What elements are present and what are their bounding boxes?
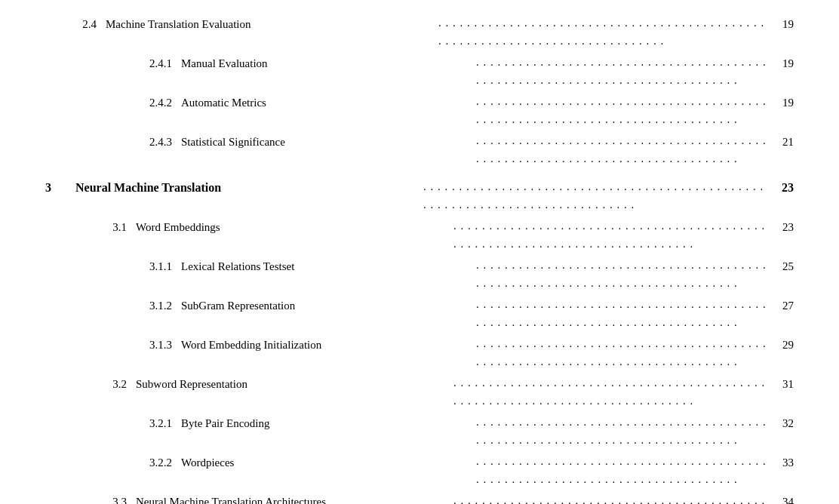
entry-page: 31 [771,375,794,393]
table-of-contents: 2.4 Machine Translation Evaluation 19 2.… [45,15,794,504]
entry-page: 27 [771,297,794,315]
entry-page: 29 [771,336,794,354]
dots-leader [476,334,767,370]
toc-entry-3-1-1: 3.1.1 Lexical Relations Testset 25 [45,257,794,293]
entry-title: Wordpieces [181,453,472,472]
entry-number: 3.2.2 [106,453,181,472]
entry-number: 3.2 [75,375,136,393]
entry-page: 33 [771,453,794,472]
entry-number: 2.4.2 [106,94,181,112]
dots-leader [423,177,767,214]
entry-number: 2.4 [45,15,106,33]
entry-number: 3.1.3 [106,336,181,354]
toc-entry-3-2-2: 3.2.2 Wordpieces 33 [45,453,794,490]
toc-entry-2-4-3: 2.4.3 Statistical Significance 21 [45,133,794,169]
dots-leader [476,131,767,167]
entry-title: Lexical Relations Testset [181,257,472,275]
entry-number: 3.2.1 [106,414,181,432]
entry-page: 21 [771,133,794,151]
entry-page: 19 [771,15,794,33]
dots-leader [476,53,767,89]
entry-title: Machine Translation Evaluation [106,15,434,33]
toc-entry-2-4-2: 2.4.2 Automatic Metrics 19 [45,94,794,130]
dots-leader [476,92,767,128]
toc-entry-2-4: 2.4 Machine Translation Evaluation 19 [45,15,794,51]
entry-title: Word Embeddings [136,218,449,236]
toc-entry-3-1-2: 3.1.2 SubGram Representation 27 [45,297,794,333]
entry-page: 19 [771,54,794,72]
entry-number: 3.1.1 [106,257,181,275]
entry-number: 2.4.3 [106,133,181,151]
chapter-number: 3 [45,178,75,198]
toc-entry-chapter-3: 3 Neural Machine Translation 23 [45,178,794,215]
entry-number: 3.1 [75,218,136,236]
entry-title: Byte Pair Encoding [181,414,472,432]
entry-page: 19 [771,94,794,112]
dots-leader [453,373,767,410]
dots-leader [453,217,767,253]
entry-title: SubGram Representation [181,297,472,315]
dots-leader [453,491,767,504]
entry-page: 32 [771,414,794,432]
chapter-title: Neural Machine Translation [75,178,419,198]
toc-entry-3-1: 3.1 Word Embeddings 23 [45,218,794,254]
dots-leader [476,295,767,331]
entry-title: Automatic Metrics [181,94,472,112]
dots-leader [476,413,767,449]
toc-entry-3-2: 3.2 Subword Representation 31 [45,375,794,411]
entry-number: 3.1.2 [106,297,181,315]
dots-leader [476,256,767,292]
toc-entry-3-1-3: 3.1.3 Word Embedding Initialization 29 [45,336,794,372]
entry-page: 23 [771,218,794,236]
entry-number: 2.4.1 [106,54,181,72]
entry-title: Subword Representation [136,375,449,393]
entry-title: Statistical Significance [181,133,472,151]
dots-leader [476,452,767,488]
dots-leader [438,14,767,50]
toc-entry-2-4-1: 2.4.1 Manual Evaluation 19 [45,54,794,91]
entry-title: Neural Machine Translation Architectures [136,493,449,504]
entry-page: 34 [771,493,794,504]
entry-title: Word Embedding Initialization [181,336,472,354]
entry-number: 3.3 [75,493,136,504]
toc-entry-3-3: 3.3 Neural Machine Translation Architect… [45,493,794,504]
entry-title: Manual Evaluation [181,54,472,72]
entry-page: 25 [771,257,794,275]
toc-entry-3-2-1: 3.2.1 Byte Pair Encoding 32 [45,414,794,450]
entry-page: 23 [771,178,794,198]
